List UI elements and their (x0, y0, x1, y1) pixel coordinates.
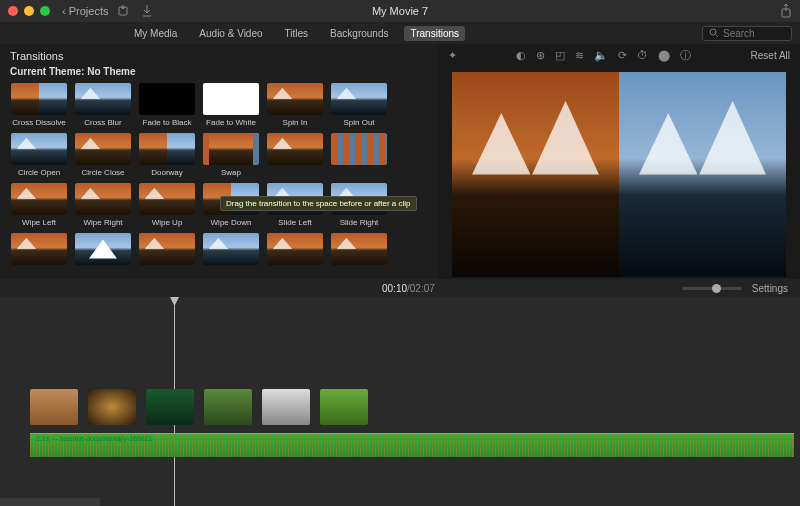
zoom-window-button[interactable] (40, 6, 50, 16)
crop-icon[interactable]: ◰ (555, 49, 565, 62)
transition-item[interactable] (330, 233, 388, 277)
transition-item[interactable]: Spin Out (330, 83, 388, 127)
search-placeholder: Search (723, 28, 755, 39)
transition-item[interactable]: Fade to White (202, 83, 260, 127)
color-correction-icon[interactable]: ⊛ (536, 49, 545, 62)
transition-label: Slide Left (278, 218, 311, 227)
stabilization-icon[interactable]: ≋ (575, 49, 584, 62)
video-track (30, 389, 368, 425)
theme-label: Current Theme: No Theme (0, 66, 438, 83)
tab-audio-video[interactable]: Audio & Video (193, 26, 268, 41)
zoom-slider[interactable] (682, 287, 742, 290)
transition-item[interactable]: Wipe Up (138, 183, 196, 227)
transition-label: Wipe Down (211, 218, 252, 227)
transition-item[interactable] (266, 233, 324, 277)
back-to-projects-button[interactable]: ‹ Projects (62, 5, 108, 17)
magic-wand-icon[interactable]: ✦ (448, 49, 457, 62)
transition-label: Wipe Left (22, 218, 56, 227)
transition-item[interactable]: Cross Dissolve (10, 83, 68, 127)
transition-label: Fade to Black (143, 118, 192, 127)
tab-titles[interactable]: Titles (279, 26, 315, 41)
share-icon[interactable] (780, 4, 792, 18)
transition-item[interactable]: Cross Blur (74, 83, 132, 127)
minimize-window-button[interactable] (24, 6, 34, 16)
transition-label: Circle Open (18, 168, 60, 177)
tab-transitions[interactable]: Transitions (404, 26, 465, 41)
drag-tooltip: Drag the transition to the space before … (220, 196, 417, 211)
preview-canvas[interactable] (452, 72, 786, 277)
search-input[interactable]: Search (702, 26, 792, 41)
transition-item[interactable] (10, 233, 68, 277)
browser-title: Transitions (0, 44, 438, 66)
download-icon[interactable] (142, 5, 152, 17)
transition-label: Spin Out (343, 118, 374, 127)
transition-item[interactable]: Doorway (138, 133, 196, 177)
transition-item[interactable]: Circle Open (10, 133, 68, 177)
transition-label: Wipe Right (83, 218, 122, 227)
transition-item[interactable]: Spin In (266, 83, 324, 127)
clip-elephant[interactable] (30, 389, 78, 425)
scrollbar-stub[interactable] (0, 498, 100, 506)
speed-icon[interactable]: ⏱ (637, 49, 648, 61)
volume-icon[interactable]: 🔈 (594, 49, 608, 62)
transition-label: Slide Right (340, 218, 379, 227)
clip-parrot[interactable] (146, 389, 194, 425)
back-label: Projects (69, 5, 109, 17)
window-controls (8, 6, 50, 16)
transition-label: Wipe Up (152, 218, 183, 227)
tab-my-media[interactable]: My Media (128, 26, 183, 41)
clip-rhino[interactable] (204, 389, 252, 425)
transition-item[interactable]: Fade to Black (138, 83, 196, 127)
noise-reduction-icon[interactable]: ⟳ (618, 49, 627, 62)
audio-track[interactable]: 2.1s — science-documentary-169621 (30, 433, 794, 457)
timeline-settings-button[interactable]: Settings (752, 283, 788, 294)
transition-item[interactable]: Swap (202, 133, 260, 177)
clip-deer[interactable] (320, 389, 368, 425)
search-icon (709, 28, 719, 38)
import-media-icon[interactable] (118, 5, 132, 17)
transition-label: Spin In (283, 118, 308, 127)
transition-item[interactable] (74, 233, 132, 277)
timecode-current: 00:10 (382, 283, 407, 294)
color-balance-icon[interactable]: ◐ (516, 49, 526, 62)
reset-all-button[interactable]: Reset All (751, 50, 790, 61)
clip-tiger[interactable] (88, 389, 136, 425)
timeline[interactable]: 2.1s — science-documentary-169621 (0, 297, 800, 506)
clip-penguin[interactable] (262, 389, 310, 425)
audio-clip-label: 2.1s — science-documentary-169621 (34, 435, 154, 442)
tab-backgrounds[interactable]: Backgrounds (324, 26, 394, 41)
transition-label: Cross Dissolve (12, 118, 65, 127)
info-icon[interactable]: ⓘ (680, 48, 691, 63)
timecode-bar: 00:10 / 02:07 Settings (0, 279, 800, 297)
transition-item[interactable] (202, 233, 260, 277)
transitions-browser: Transitions Current Theme: No Theme Cros… (0, 44, 438, 279)
transition-item[interactable] (138, 233, 196, 277)
clip-filter-icon[interactable]: ⬤ (658, 49, 670, 62)
viewer-panel: ✦ ◐ ⊛ ◰ ≋ 🔈 ⟳ ⏱ ⬤ ⓘ Reset All (438, 44, 800, 279)
library-tabbar: My Media Audio & Video Titles Background… (0, 22, 800, 44)
transition-item[interactable] (266, 133, 324, 177)
timecode-total: 02:07 (410, 283, 435, 294)
viewer-toolbar: ✦ ◐ ⊛ ◰ ≋ 🔈 ⟳ ⏱ ⬤ ⓘ Reset All (438, 44, 800, 66)
svg-point-2 (710, 29, 716, 35)
transition-item[interactable]: Circle Close (74, 133, 132, 177)
transition-item[interactable]: Wipe Left (10, 183, 68, 227)
chevron-left-icon: ‹ (62, 5, 66, 17)
titlebar: ‹ Projects My Movie 7 (0, 0, 800, 22)
transition-label: Circle Close (81, 168, 124, 177)
transition-label: Cross Blur (84, 118, 121, 127)
transition-label: Fade to White (206, 118, 256, 127)
transition-item[interactable] (330, 133, 388, 177)
close-window-button[interactable] (8, 6, 18, 16)
transition-label: Swap (221, 168, 241, 177)
transition-item[interactable]: Wipe Right (74, 183, 132, 227)
transition-label: Doorway (151, 168, 183, 177)
